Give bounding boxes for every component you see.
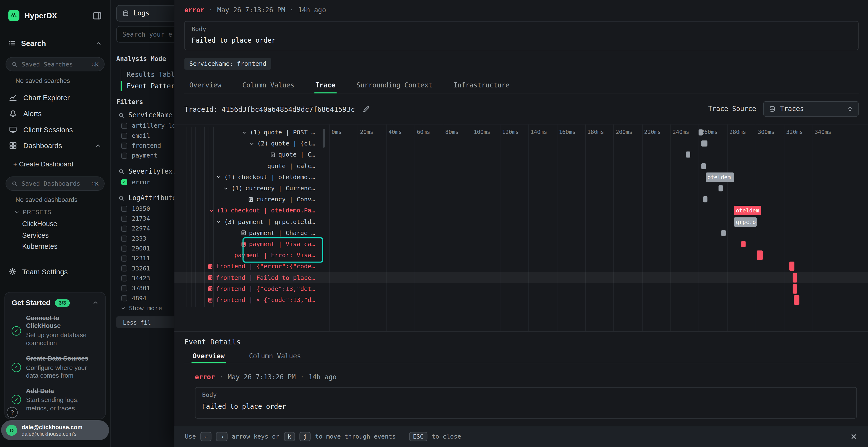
- checkbox-unchecked[interactable]: [121, 152, 127, 159]
- get-started-header[interactable]: Get Started 3/3: [11, 299, 98, 307]
- list-icon: [8, 39, 16, 47]
- trace-span-row[interactable]: frontend | {"code":13,"det…: [174, 283, 868, 294]
- filter-option-label: frontend: [132, 142, 161, 149]
- checkbox-unchecked[interactable]: [121, 215, 127, 221]
- trace-span-row[interactable]: (3)payment | grpc.oteld…grpc.o: [174, 216, 868, 227]
- span-bar[interactable]: [793, 284, 798, 294]
- detail-tabs: OverviewColumn ValuesTraceSurrounding Co…: [184, 77, 859, 94]
- span-count: (3): [224, 218, 235, 226]
- trace-span-row[interactable]: quote | C…: [174, 149, 868, 161]
- preset-item-kubernetes[interactable]: Kubernetes: [0, 241, 110, 252]
- span-bar[interactable]: [789, 262, 795, 271]
- filter-option-label: 19350: [132, 205, 150, 212]
- tab-trace[interactable]: Trace: [314, 77, 336, 93]
- span-bar[interactable]: oteldem: [734, 206, 761, 215]
- user-menu[interactable]: D dale@clickhouse.com dale@clickhouse.co…: [1, 420, 109, 440]
- trace-span-row[interactable]: (1)checkout | oteldemo.…oteldem: [174, 171, 868, 182]
- checkbox-unchecked[interactable]: [121, 205, 127, 211]
- trace-span-row[interactable]: currency | Conv…: [174, 194, 868, 205]
- span-bar[interactable]: [718, 185, 723, 191]
- span-bar[interactable]: [702, 163, 706, 169]
- tab-column-values[interactable]: Column Values: [241, 77, 296, 93]
- span-bar[interactable]: grpc.o: [734, 217, 757, 227]
- preset-item-services[interactable]: Services: [0, 230, 110, 241]
- trace-span-row[interactable]: quote | calc…: [174, 161, 868, 171]
- chevron-down-icon: [216, 174, 222, 180]
- trace-source-select[interactable]: Traces: [763, 101, 859, 116]
- sidebar-item-dashboards[interactable]: Dashboards: [0, 138, 110, 154]
- span-bar[interactable]: oteldem: [706, 172, 734, 182]
- checkbox-unchecked[interactable]: [121, 275, 127, 281]
- chevron-down-icon: [209, 208, 214, 213]
- checkbox-unchecked[interactable]: [121, 235, 127, 241]
- saved-searches-input[interactable]: Saved Searches ⌘K: [5, 57, 105, 71]
- search-section-header[interactable]: Search: [0, 35, 110, 51]
- saved-dashboards-input[interactable]: Saved Dashboards ⌘K: [5, 176, 105, 191]
- analysis-mode-results-table[interactable]: Results Table: [121, 69, 183, 80]
- user-name: dale@clickhouse.com: [22, 423, 83, 431]
- checkbox-unchecked[interactable]: [121, 285, 127, 291]
- edit-pencil-icon[interactable]: [363, 105, 370, 112]
- checkbox-unchecked[interactable]: [121, 255, 127, 261]
- hyperdx-logo-icon: [8, 10, 19, 21]
- tab-infrastructure[interactable]: Infrastructure: [452, 77, 510, 93]
- esc-key: ESC: [409, 432, 428, 442]
- checkbox-unchecked[interactable]: [121, 133, 127, 138]
- search-icon: [118, 168, 124, 174]
- trace-span-row[interactable]: (1)checkout | oteldemo.Pa…oteldem: [174, 205, 868, 216]
- tab-surrounding-context[interactable]: Surrounding Context: [355, 77, 434, 93]
- span-bar[interactable]: [794, 295, 800, 305]
- get-started-step[interactable]: ✓Add DataStart sending logs, metrics, or…: [11, 387, 98, 412]
- span-bar[interactable]: [703, 197, 707, 203]
- filter-option-label: 22974: [132, 225, 150, 232]
- checkbox-unchecked[interactable]: [121, 295, 127, 301]
- span-bar[interactable]: [686, 152, 690, 158]
- sidebar-item-chart-explorer[interactable]: Chart Explorer: [0, 90, 110, 106]
- selector-chevrons-icon: [847, 106, 853, 112]
- analysis-mode-event-patterns[interactable]: Event Patterns: [121, 80, 183, 92]
- chevron-up-icon[interactable]: [96, 40, 102, 46]
- sidebar-item-client-sessions[interactable]: Client Sessions: [0, 122, 110, 138]
- trace-span-row[interactable]: frontend | × {"code":13,"d…: [174, 295, 868, 306]
- span-bar[interactable]: [699, 129, 703, 135]
- span-label-text: frontend | × {"code":13,"d…: [216, 297, 315, 304]
- create-dashboard-button[interactable]: + Create Dashboard: [13, 161, 73, 168]
- sidebar-item-alerts[interactable]: Alerts: [0, 106, 110, 122]
- get-started-step[interactable]: ✓Connect to ClickHouseSet up your databa…: [11, 314, 98, 347]
- span-bar[interactable]: [793, 273, 798, 282]
- chevron-up-icon[interactable]: [92, 300, 98, 306]
- trace-id-value: 4156d3fbc40a64854d9dc7f68641593c: [222, 105, 355, 113]
- separator-dot: ·: [209, 6, 213, 14]
- trace-span-row[interactable]: (2)quote | {cl…: [174, 138, 868, 149]
- event-details-tab-overview[interactable]: Overview: [191, 349, 226, 363]
- event-details-tab-column-values[interactable]: Column Values: [248, 349, 302, 363]
- chevron-down-icon: [121, 305, 126, 310]
- help-button[interactable]: ?: [7, 407, 18, 418]
- span-bar[interactable]: [741, 241, 745, 247]
- trace-span-row[interactable]: frontend | Failed to place…: [174, 272, 868, 283]
- checkbox-unchecked[interactable]: [121, 265, 127, 271]
- preset-item-clickhouse[interactable]: ClickHouse: [0, 218, 110, 230]
- checkbox-unchecked[interactable]: [121, 123, 127, 129]
- collapse-sidebar-icon[interactable]: [92, 11, 102, 20]
- trace-span-row[interactable]: (1)quote | POST …: [174, 127, 868, 138]
- checkbox-unchecked[interactable]: [121, 142, 127, 148]
- get-started-step[interactable]: ✓Create Data SourcesConfigure where your…: [11, 354, 98, 380]
- j-key: j: [300, 432, 311, 442]
- trace-span-row[interactable]: payment | Charge …: [174, 227, 868, 238]
- trace-span-row[interactable]: frontend | {"error":{"code…: [174, 261, 868, 272]
- selected-span-outline: [243, 237, 323, 263]
- log-icon: [208, 286, 213, 291]
- checkbox-checked[interactable]: ✓: [121, 179, 127, 185]
- sidebar-item-team-settings[interactable]: Team Settings: [0, 264, 110, 279]
- span-bar[interactable]: [757, 251, 763, 260]
- span-bar[interactable]: [721, 230, 726, 236]
- service-name-chip[interactable]: ServiceName: frontend: [184, 58, 272, 70]
- checkbox-unchecked[interactable]: [121, 245, 127, 251]
- close-icon[interactable]: [850, 433, 858, 440]
- tab-overview[interactable]: Overview: [188, 77, 222, 93]
- presets-header[interactable]: PRESETS: [14, 209, 51, 215]
- trace-span-row[interactable]: (1)currency | Currenc…: [174, 183, 868, 194]
- checkbox-unchecked[interactable]: [121, 226, 127, 232]
- span-bar[interactable]: [702, 141, 707, 147]
